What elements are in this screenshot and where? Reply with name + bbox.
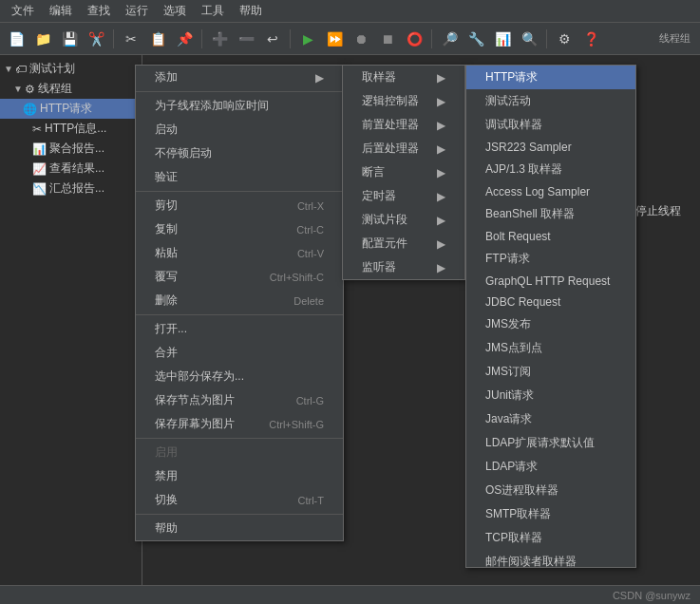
- sep2: [136, 191, 343, 192]
- submenu-logic-ctrl[interactable]: 逻辑控制器 ▶: [343, 89, 464, 113]
- tree-item-http-request[interactable]: 🌐 HTTP请求: [0, 99, 142, 119]
- sampler-ajp[interactable]: AJP/1.3 取样器: [466, 158, 635, 181]
- toolbar-sep5: [546, 29, 547, 48]
- toolbar-wrench[interactable]: 🔧: [464, 27, 488, 51]
- toolbar-sep1: [113, 29, 114, 48]
- sampler-jms-point[interactable]: JMS点到点: [466, 336, 635, 360]
- sampler-jms-subscribe[interactable]: JMS订阅: [466, 360, 635, 384]
- menu-item-delete[interactable]: 删除 Delete: [136, 289, 343, 312]
- toolbar-help[interactable]: ❓: [578, 27, 603, 51]
- submenu-pre-processor[interactable]: 前置处理器 ▶: [343, 113, 464, 137]
- save-node-shortcut: Ctrl-G: [296, 395, 324, 406]
- sampler-smtp[interactable]: SMTP取样器: [466, 502, 635, 526]
- sampler-junit[interactable]: JUnit请求: [466, 384, 635, 407]
- status-bar: CSDN @sunywz: [0, 585, 700, 604]
- tree-summary-label: 汇总报告...: [49, 180, 104, 197]
- submenu-post-processor[interactable]: 后置处理器 ▶: [343, 137, 464, 160]
- submenu-timer[interactable]: 定时器 ▶: [343, 184, 464, 208]
- tree-thread-group-label: 线程组: [38, 81, 72, 97]
- toolbar-stop[interactable]: ⏹: [375, 27, 400, 51]
- sampler-os-process[interactable]: OS进程取样器: [466, 479, 635, 502]
- menu-item-save-selected[interactable]: 选中部分保存为...: [136, 365, 343, 388]
- menu-item-disable[interactable]: 禁用: [136, 464, 343, 488]
- sampler-access-log[interactable]: Access Log Sampler: [466, 181, 635, 202]
- toolbar-start-nopauses[interactable]: ⏩: [322, 27, 347, 51]
- toolbar-add[interactable]: ➕: [207, 27, 232, 51]
- submenu-listener[interactable]: 监听器 ▶: [343, 255, 464, 279]
- menu-item-open[interactable]: 打开...: [136, 317, 343, 341]
- menu-item-cut[interactable]: 剪切 Ctrl-X: [136, 194, 343, 217]
- menu-help[interactable]: 帮助: [232, 1, 270, 21]
- toolbar-record[interactable]: ⏺: [349, 27, 373, 51]
- toolbar-start[interactable]: ▶: [295, 27, 320, 51]
- tree-item-aggregate[interactable]: 📊 聚合报告...: [0, 139, 142, 159]
- toolbar: 📄 📁 💾 ✂️ ✂ 📋 📌 ➕ ➖ ↩ ▶ ⏩ ⏺ ⏹ ⭕ 🔎 🔧 📊 🔍 ⚙…: [0, 23, 700, 55]
- tree-item-test-plan[interactable]: ▼ 🏷 测试计划: [0, 59, 142, 79]
- menu-item-save-node-image[interactable]: 保存节点为图片 Ctrl-G: [136, 388, 343, 412]
- menu-item-merge[interactable]: 合并: [136, 341, 343, 365]
- sampler-jms-publish[interactable]: JMS发布: [466, 312, 635, 336]
- sampler-ldap[interactable]: LDAP请求: [466, 455, 635, 479]
- menu-tools[interactable]: 工具: [194, 1, 232, 21]
- toolbar-save[interactable]: 💾: [57, 27, 82, 51]
- menu-run[interactable]: 运行: [118, 1, 156, 21]
- sampler-bolt[interactable]: Bolt Request: [466, 226, 635, 247]
- submenu-sampler[interactable]: 添加 取样器 ▶: [343, 66, 464, 89]
- toolbar-copy[interactable]: 📋: [145, 27, 170, 51]
- toolbar-remove[interactable]: ➖: [234, 27, 258, 51]
- tree-item-thread-group[interactable]: ▼ ⚙ 线程组: [0, 79, 142, 99]
- menu-item-add[interactable]: 添加 ▶: [136, 66, 343, 89]
- tree-item-view-results[interactable]: 📈 查看结果...: [0, 159, 142, 179]
- sampler-submenu: HTTP请求 测试活动 调试取样器 JSR223 Sampler AJP/1.3…: [465, 65, 636, 568]
- toolbar-magnify[interactable]: 🔍: [517, 27, 541, 51]
- sampler-test-action[interactable]: 测试活动: [466, 89, 635, 113]
- sep1: [136, 91, 343, 92]
- toolbar-new[interactable]: 📄: [4, 27, 28, 51]
- toolbar-chart[interactable]: 📊: [490, 27, 515, 51]
- menu-item-overwrite[interactable]: 覆写 Ctrl+Shift-C: [136, 265, 343, 289]
- listener-arrow: ▶: [437, 261, 445, 274]
- sampler-debug[interactable]: 调试取样器: [466, 113, 635, 137]
- sampler-jsr223[interactable]: JSR223 Sampler: [466, 137, 635, 158]
- toolbar-search[interactable]: 🔎: [437, 27, 462, 51]
- thread-group-icon: ⚙: [25, 83, 35, 96]
- menu-item-start-nopause[interactable]: 不停顿启动: [136, 142, 343, 165]
- sep3: [136, 314, 343, 315]
- menu-options[interactable]: 选项: [156, 1, 194, 21]
- menu-find[interactable]: 查找: [80, 1, 118, 21]
- toolbar-undo[interactable]: ↩: [260, 27, 285, 51]
- sampler-tcp[interactable]: TCP取样器: [466, 526, 635, 550]
- sampler-mail-reader[interactable]: 邮件阅读者取样器: [466, 550, 635, 568]
- toolbar-open[interactable]: 📁: [30, 27, 55, 51]
- menu-item-enable[interactable]: 启用: [136, 441, 343, 464]
- toolbar-circle[interactable]: ⭕: [402, 27, 426, 51]
- menu-item-toggle[interactable]: 切换 Ctrl-T: [136, 488, 343, 512]
- sampler-java[interactable]: Java请求: [466, 407, 635, 431]
- sampler-ftp[interactable]: FTP请求: [466, 247, 635, 271]
- sampler-ldap-ext[interactable]: LDAP扩展请求默认值: [466, 431, 635, 455]
- submenu-assertion[interactable]: 断言 ▶: [343, 160, 464, 184]
- toolbar-close[interactable]: ✂️: [84, 27, 108, 51]
- menu-file[interactable]: 文件: [4, 1, 42, 21]
- paste-shortcut: Ctrl-V: [297, 248, 324, 259]
- sampler-beanshell[interactable]: BeanShell 取样器: [466, 202, 635, 226]
- toolbar-settings[interactable]: ⚙: [552, 27, 577, 51]
- menu-item-paste[interactable]: 粘贴 Ctrl-V: [136, 241, 343, 265]
- menu-edit[interactable]: 编辑: [42, 1, 80, 21]
- tree-item-summary[interactable]: 📉 汇总报告...: [0, 179, 142, 198]
- tree-item-http-info[interactable]: ✂ HTTP信息...: [0, 119, 142, 139]
- menu-item-copy[interactable]: 复制 Ctrl-C: [136, 217, 343, 241]
- sampler-graphql[interactable]: GraphQL HTTP Request: [466, 271, 635, 292]
- menu-item-help[interactable]: 帮助: [136, 517, 343, 540]
- submenu-config-element[interactable]: 配置元件 ▶: [343, 232, 464, 255]
- toolbar-sep3: [290, 29, 291, 48]
- toolbar-cut[interactable]: ✂: [119, 27, 143, 51]
- menu-item-add-response-time[interactable]: 为子线程添加响应时间: [136, 94, 343, 118]
- toolbar-paste[interactable]: 📌: [172, 27, 197, 51]
- sampler-http-request[interactable]: HTTP请求: [466, 66, 635, 89]
- menu-item-save-screen-image[interactable]: 保存屏幕为图片 Ctrl+Shift-G: [136, 412, 343, 436]
- submenu-test-fragment[interactable]: 测试片段 ▶: [343, 208, 464, 232]
- sampler-jdbc[interactable]: JDBC Request: [466, 292, 635, 312]
- menu-item-start[interactable]: 启动: [136, 118, 343, 142]
- menu-item-validate[interactable]: 验证: [136, 165, 343, 189]
